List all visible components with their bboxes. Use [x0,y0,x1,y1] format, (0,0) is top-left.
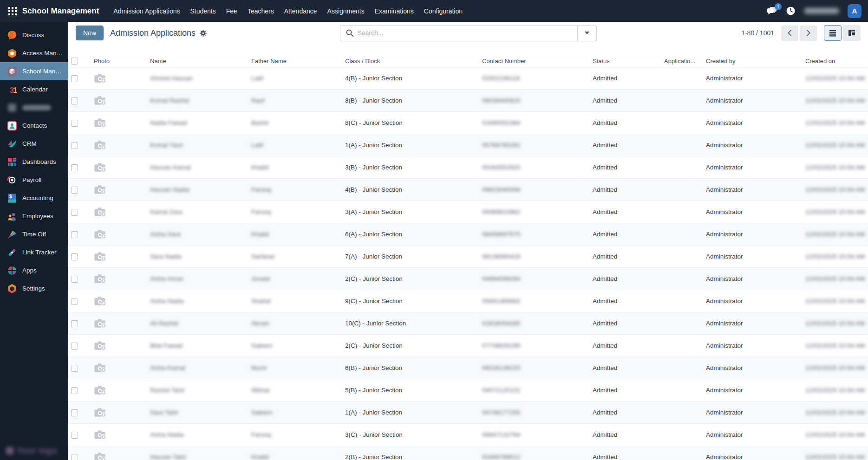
camera-add-photo-icon [94,117,107,129]
table-row[interactable]: Sara Tahir Saleem 1(A) - Junior Section … [68,402,868,424]
table-row[interactable]: Hassan Kamal Khalid 3(B) - Junior Sectio… [68,156,868,179]
table-row[interactable]: Kamal Zara Farooq 3(A) - Junior Section … [68,201,868,223]
top-menu-item-teachers[interactable]: Teachers [242,3,279,19]
pager-previous-button[interactable] [781,26,798,41]
kanban-view-button[interactable] [843,25,861,41]
table-row[interactable]: Sara Nadia Sarfaraz 7(A) - Junior Sectio… [68,246,868,268]
row-checkbox[interactable] [71,231,78,238]
column-header-photo[interactable]: Photo [91,56,147,67]
row-checkbox[interactable] [71,454,78,460]
camera-add-photo-icon [94,162,107,173]
column-header-father-name[interactable]: Father Name [248,56,342,67]
top-menu-item-fee[interactable]: Fee [221,3,242,19]
cell-created-on: 12/02/2025 10:54 AM [803,446,868,460]
sidebar-item-employees[interactable]: Employees [0,207,68,225]
row-checkbox[interactable] [71,409,78,416]
cell-status: Admitted [590,223,661,246]
cell-status: Admitted [590,312,661,335]
row-checkbox[interactable] [71,187,78,194]
cell-contact-number: 08136565419 [479,246,590,268]
sidebar-item-blurred-app[interactable] [0,98,68,117]
pager-next-button[interactable] [800,26,817,41]
cell-name: Nadia Fawad [147,112,248,134]
cell-father-name: Farooq [248,179,342,201]
row-checkbox[interactable] [71,142,78,149]
table-row[interactable]: Rashid Tahir Iftikhar 5(B) - Junior Sect… [68,379,868,402]
row-checkbox[interactable] [71,120,78,127]
view-settings-gear-icon[interactable] [200,30,207,37]
search-input[interactable] [358,29,572,37]
cell-class-block: 3(C) - Junior Section [342,424,479,446]
table-row[interactable]: Ali Rashid Akram 10(C) - Junior Section … [68,312,868,335]
top-menu-item-attendance[interactable]: Attendance [279,3,322,19]
table-row[interactable]: Ahmed Hassan Latif 4(B) - Junior Section… [68,67,868,90]
cell-father-name: Farooq [248,201,342,223]
column-header-status[interactable]: Status [590,56,661,67]
page-title: Admission Applications [110,28,196,38]
row-checkbox[interactable] [71,75,78,82]
column-header-created-on[interactable]: Created on [803,56,868,67]
sidebar-item-apps[interactable]: Apps [0,261,68,279]
row-checkbox[interactable] [71,209,78,216]
cell-contact-number: 05766765262 [479,134,590,156]
row-checkbox[interactable] [71,365,78,372]
table-row[interactable]: Nadia Fawad Bashir 8(C) - Junior Section… [68,112,868,134]
column-header-class-block[interactable]: Class / Block [342,56,479,67]
sidebar-item-discuss[interactable]: Discuss [0,26,68,44]
sidebar-item-calendar[interactable]: 31Calendar [0,80,68,98]
top-menu-item-configuration[interactable]: Configuration [419,3,468,19]
column-header-contact-number[interactable]: Contact Number [479,56,590,67]
row-checkbox[interactable] [71,298,78,305]
row-checkbox[interactable] [71,253,78,260]
new-button[interactable]: New [76,26,104,40]
sidebar-item-crm[interactable]: CRM [0,135,68,153]
row-checkbox[interactable] [71,343,78,350]
sidebar-item-link-tracker[interactable]: Link Tracker [0,243,68,261]
row-checkbox[interactable] [71,164,78,171]
column-header-created-by[interactable]: Created by [703,56,803,67]
sidebar-item-time-off[interactable]: Time Off [0,225,68,243]
sidebar-item-dashboards[interactable]: Dashboards [0,153,68,171]
top-menu-item-students[interactable]: Students [185,3,221,19]
table-row[interactable]: Aisha Imran Junaid 2(C) - Junior Section… [68,268,868,290]
search-dropdown-toggle[interactable] [577,26,596,41]
table-row[interactable]: Komal Yasir Latif 1(A) - Junior Section … [68,134,868,156]
sidebar-item-payroll[interactable]: Payroll [0,171,68,189]
sidebar-item-settings[interactable]: Settings [0,279,68,298]
company-switcher[interactable] [804,8,839,14]
column-header-name[interactable]: Name [147,56,248,67]
cell-name: Ali Rashid [147,312,248,335]
sidebar-item-accounting[interactable]: $Accounting [0,189,68,207]
main-content: New Admission Applications [68,22,868,460]
table-row[interactable]: Aisha Kamal Munir 6(B) - Junior Section … [68,357,868,379]
table-row[interactable]: Bilal Fawad Saleem 2(C) - Junior Section… [68,335,868,357]
table-row[interactable]: Hassan Nadia Farooq 4(B) - Junior Sectio… [68,179,868,201]
sidebar-item-contacts[interactable]: Contacts [0,117,68,135]
list-view-button[interactable] [824,25,842,41]
table-row[interactable]: Hassan Tahir Khalid 2(B) - Junior Sectio… [68,446,868,460]
select-all-checkbox[interactable] [71,58,78,65]
sidebar-item-access-management[interactable]: Access Manage... [0,44,68,62]
row-checkbox[interactable] [71,97,78,104]
top-menu-item-assignments[interactable]: Assignments [322,3,370,19]
sidebar-item-school-management[interactable]: School Manage... [0,62,68,80]
table-row[interactable]: Aisha Nadia Shahid 9(C) - Junior Section… [68,290,868,312]
cell-father-name: Sarfaraz [248,246,342,268]
activities-button[interactable] [786,6,796,16]
top-menu-item-admission-applications[interactable]: Admission Applications [108,3,185,19]
row-checkbox[interactable] [71,276,78,283]
apps-menu-icon[interactable] [8,7,17,15]
row-checkbox[interactable] [71,387,78,394]
sidebar-item-label: CRM [22,140,37,147]
top-menu-item-examinations[interactable]: Examinations [370,3,419,19]
cell-contact-number: 09847132764 [479,424,590,446]
user-avatar[interactable]: A [848,4,861,18]
row-checkbox[interactable] [71,432,78,439]
messages-button[interactable]: 1 [767,6,777,15]
cell-application [661,268,703,290]
column-header-applicatio-[interactable]: Applicatio... [661,56,703,67]
table-row[interactable]: Komal Rashid Rauf 8(B) - Junior Section … [68,90,868,112]
table-row[interactable]: Aisha Sara Khalid 6(A) - Junior Section … [68,223,868,246]
table-row[interactable]: Aisha Nadia Farooq 3(C) - Junior Section… [68,424,868,446]
row-checkbox[interactable] [71,320,78,327]
